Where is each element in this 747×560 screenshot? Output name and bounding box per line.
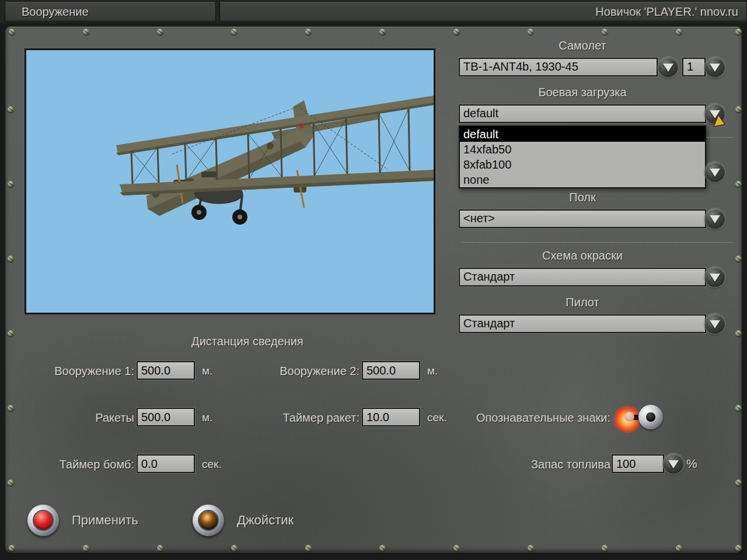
weapon1-unit: м.	[202, 365, 212, 377]
toggle-lever-cap-icon	[624, 412, 634, 422]
aircraft-count-dropdown-button[interactable]	[705, 57, 725, 77]
rockets-input[interactable]	[137, 408, 195, 426]
chevron-down-icon	[710, 64, 720, 72]
player-info-bar: Новичок 'PLAYER.' nnov.ru	[219, 1, 747, 22]
screw-icon	[735, 29, 742, 35]
pilot-select[interactable]: Стандарт	[459, 314, 706, 333]
bomb-timer-unit: сек.	[202, 458, 222, 471]
screw-icon	[8, 181, 14, 187]
screw-icon	[8, 106, 14, 113]
top-bar: Вооружение Новичок 'PLAYER.' nnov.ru	[0, 0, 747, 23]
paint-scheme-section-label: Схема окраски	[459, 249, 706, 262]
screw-icon	[8, 480, 14, 486]
screw-icon	[231, 545, 238, 551]
chevron-down-icon	[710, 215, 720, 223]
screw-icon	[735, 256, 742, 262]
mouse-cursor-icon	[713, 114, 727, 130]
screw-icon	[379, 29, 386, 35]
chevron-down-icon	[710, 320, 720, 328]
weapon1-label: Вооружение 1:	[30, 365, 134, 378]
red-pushbutton-icon	[27, 505, 59, 536]
rocket-timer-unit: сек.	[427, 411, 447, 424]
screw-icon	[379, 545, 386, 551]
pilot-section-label: Пилот	[459, 296, 706, 309]
divider	[461, 242, 733, 243]
joystick-button[interactable]: Джойстик	[193, 505, 294, 536]
loadout-option[interactable]: default	[460, 127, 705, 142]
toggle-base-icon	[638, 405, 663, 429]
screw-icon	[305, 29, 312, 35]
loadout-option[interactable]: 14xfab50	[460, 142, 705, 157]
apply-button[interactable]: Применить	[27, 505, 138, 536]
screw-icon	[8, 256, 14, 262]
amber-pushbutton-icon	[193, 505, 224, 536]
loadout-select[interactable]: default	[459, 104, 706, 123]
bomb-timer-input[interactable]	[137, 454, 195, 473]
aircraft-render-icon: ★	[26, 50, 434, 313]
fuel-input[interactable]	[612, 454, 664, 473]
markings-label: Опознавательные знаки:	[467, 411, 610, 425]
screw-icon	[735, 405, 742, 411]
regiment-section-label: Полк	[459, 191, 706, 204]
rockets-label: Ракеты	[30, 411, 134, 425]
player-info-label: Новичок 'PLAYER.' nnov.ru	[595, 5, 738, 18]
screw-icon	[453, 545, 460, 551]
screw-icon	[9, 29, 15, 35]
screw-icon	[602, 545, 608, 551]
screw-icon	[528, 29, 534, 35]
bomb-timer-label: Таймер бомб:	[30, 458, 134, 471]
main-panel: ★	[5, 26, 742, 553]
rockets-unit: м.	[202, 411, 212, 424]
screw-icon	[157, 545, 163, 551]
markings-toggle[interactable]	[613, 401, 678, 433]
aircraft-select[interactable]: ТВ-1-ANT4b, 1930-45	[459, 58, 658, 76]
weapon2-unit: м.	[427, 365, 438, 377]
chevron-down-icon	[710, 169, 720, 177]
screw-icon	[157, 29, 163, 35]
screw-icon	[735, 480, 742, 486]
screw-icon	[602, 29, 608, 35]
tab-armament[interactable]: Вооружение	[5, 1, 216, 22]
screw-icon	[735, 106, 742, 113]
screw-icon	[231, 29, 238, 35]
convergence-title: Дистанция сведения	[55, 335, 440, 348]
regiment-dropdown-button[interactable]	[705, 209, 725, 229]
rocket-timer-label: Таймер ракет:	[256, 411, 359, 425]
loadout-option[interactable]: none	[460, 172, 705, 187]
fuel-dropdown-button[interactable]	[664, 454, 683, 474]
rocket-timer-input[interactable]	[362, 408, 420, 426]
tab-armament-label: Вооружение	[22, 5, 89, 18]
weapon2-input[interactable]	[362, 361, 420, 380]
joystick-button-label: Джойстик	[237, 513, 294, 528]
paint-scheme-select[interactable]: Стандарт	[459, 268, 706, 286]
chevron-down-icon	[663, 64, 673, 72]
weapon2-label: Вооружение 2:	[256, 365, 359, 378]
screw-icon	[83, 29, 89, 35]
hidden-row-dropdown-button[interactable]	[705, 162, 725, 182]
chevron-down-icon	[668, 460, 679, 468]
paint-scheme-dropdown-button[interactable]	[705, 267, 725, 287]
arming-screen: Вооружение Новичок 'PLAYER.' nnov.ru	[0, 0, 747, 560]
aircraft-count-field[interactable]: 1	[682, 58, 706, 76]
screw-icon	[528, 545, 534, 551]
aircraft-section-label: Самолет	[459, 39, 706, 52]
aircraft-dropdown-button[interactable]	[658, 57, 678, 77]
screw-icon	[83, 545, 89, 551]
screw-icon	[305, 545, 312, 551]
fuel-label: Запас топлива	[467, 458, 610, 471]
screw-icon	[735, 330, 742, 337]
fuel-unit: %	[686, 457, 697, 471]
screw-icon	[453, 29, 460, 35]
screw-icon	[676, 545, 682, 551]
screw-icon	[8, 405, 14, 411]
screw-icon	[676, 29, 682, 35]
regiment-select[interactable]: <нет>	[459, 209, 706, 228]
screw-icon	[8, 330, 14, 337]
chevron-down-icon	[710, 274, 720, 282]
weapon1-input[interactable]	[137, 361, 195, 380]
pilot-dropdown-button[interactable]	[705, 314, 725, 334]
loadout-option[interactable]: 8xfab100	[460, 157, 705, 172]
loadout-options-list: default 14xfab50 8xfab100 none	[459, 125, 706, 188]
screw-icon	[735, 181, 742, 187]
loadout-section-label: Боевая загрузка	[459, 86, 706, 99]
